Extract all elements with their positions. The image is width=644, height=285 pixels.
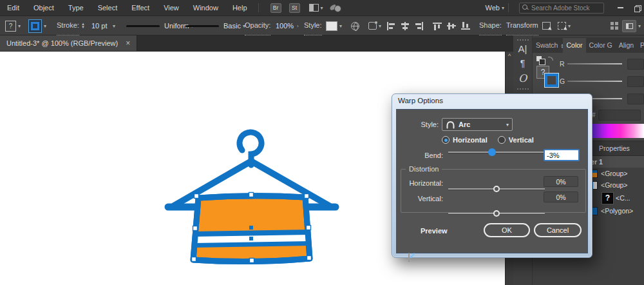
menu-edit[interactable]: Edit <box>0 4 26 12</box>
character-panel-icon[interactable]: A| <box>513 43 532 54</box>
stroke-weight-stepper[interactable]: ▲▼ <box>81 16 85 35</box>
distortion-horizontal-label: Horizontal: <box>397 179 443 187</box>
graphic-style-swatch[interactable] <box>326 21 337 31</box>
close-tab-icon[interactable]: × <box>126 39 130 48</box>
scroll-up-icon[interactable]: ^ <box>506 52 513 59</box>
menu-help[interactable]: Help <box>225 4 254 12</box>
chevron-down-icon[interactable]: ▾ <box>568 23 571 29</box>
restore-button[interactable] <box>630 3 644 13</box>
document-setup-icon[interactable] <box>351 22 359 30</box>
hex-value-field[interactable] <box>598 110 641 121</box>
gpu-performance-icon[interactable] <box>332 3 341 12</box>
distortion-horizontal-slider[interactable] <box>448 184 545 193</box>
chevron-down-icon[interactable]: ▾ <box>18 23 21 29</box>
stroke-swatch-button[interactable] <box>28 19 42 33</box>
bend-slider-handle[interactable] <box>488 148 496 156</box>
select-similar-icon[interactable] <box>558 22 566 30</box>
align-bottom-button[interactable] <box>461 16 470 35</box>
menu-bar: Edit Object Type Select Effect View Wind… <box>0 0 644 16</box>
document-tab[interactable]: Untitled-3* @ 100% (RGB/Preview) × <box>0 35 137 51</box>
align-right-button[interactable] <box>415 16 424 35</box>
distortion-vertical-slider[interactable] <box>448 209 545 218</box>
vertical-radio[interactable] <box>498 136 506 144</box>
menu-object[interactable]: Object <box>26 4 61 12</box>
warp-options-dialog[interactable]: Warp Options Style: Arc ▾ Horizontal Ver… <box>392 93 592 258</box>
all-tools-icon[interactable] <box>611 22 618 30</box>
opacity-value[interactable]: 100% <box>276 16 294 35</box>
distortion-vertical-handle[interactable] <box>493 210 500 217</box>
bend-slider[interactable] <box>448 148 545 157</box>
fill-swatch-button[interactable]: ? <box>5 21 16 32</box>
chevron-down-icon[interactable]: ▾ <box>339 23 342 29</box>
align-left-button[interactable] <box>386 16 395 35</box>
opacity-label[interactable]: Opacity: <box>245 16 270 35</box>
graphic-style-label[interactable]: Style: <box>304 16 322 35</box>
red-slider[interactable] <box>567 63 622 64</box>
red-channel-row: R <box>560 58 644 70</box>
tab-color-guide[interactable]: Color G <box>586 38 616 53</box>
menu-select[interactable]: Select <box>91 4 125 12</box>
preview-checkbox[interactable]: ✓ <box>408 253 410 262</box>
chevron-down-icon: ▾ <box>506 122 509 128</box>
minimize-button[interactable] <box>613 3 627 13</box>
green-value-field[interactable] <box>627 76 644 87</box>
swap-fill-stroke-icon[interactable] <box>548 57 553 61</box>
chevron-down-icon[interactable]: ▾ <box>502 5 504 11</box>
red-value-field[interactable] <box>627 59 644 70</box>
stroke-weight-value[interactable]: 10 pt <box>91 16 107 35</box>
blue-value-field[interactable] <box>627 93 644 104</box>
stock-button[interactable]: St <box>289 3 300 13</box>
fill-stroke-mini-icon[interactable] <box>536 56 545 64</box>
distortion-vertical-value[interactable]: 0% <box>544 192 578 202</box>
panel-grip[interactable] <box>517 88 529 90</box>
cancel-button[interactable]: Cancel <box>534 223 582 237</box>
chevron-down-icon[interactable]: ▾ <box>379 23 381 29</box>
tab-pathfinder[interactable]: Pathfin <box>637 38 644 53</box>
chevron-down-icon[interactable]: ▾ <box>44 23 46 29</box>
workspace-switcher[interactable]: Web <box>486 4 500 12</box>
ok-button[interactable]: OK <box>484 223 530 237</box>
stroke-weight-label[interactable]: Stroke: <box>57 16 79 35</box>
paragraph-panel-icon[interactable]: ¶ <box>513 58 532 68</box>
opacity-expand-icon[interactable]: › <box>297 16 299 35</box>
panel-dock-toggle[interactable] <box>622 20 636 32</box>
stroke-proxy[interactable] <box>545 74 558 87</box>
chevron-down-icon[interactable]: ▾ <box>321 5 323 11</box>
panel-icon <box>626 23 633 29</box>
horizontal-radio-label[interactable]: Horizontal <box>453 136 488 144</box>
vertical-radio-label[interactable]: Vertical <box>509 136 534 144</box>
menu-window[interactable]: Window <box>186 4 225 12</box>
align-top-button[interactable] <box>433 16 442 35</box>
hanger-towel-artwork[interactable] <box>155 116 348 271</box>
style-dropdown[interactable]: Arc ▾ <box>442 118 513 131</box>
recolor-artwork-icon[interactable] <box>368 22 377 30</box>
adobe-stock-search[interactable] <box>519 3 604 14</box>
menu-effect[interactable]: Effect <box>124 4 156 12</box>
opentype-panel-icon[interactable]: O <box>513 72 532 84</box>
panel-grip[interactable] <box>517 39 529 41</box>
bend-slider-track[interactable] <box>448 152 545 153</box>
distortion-horizontal-handle[interactable] <box>493 186 500 192</box>
menu-type[interactable]: Type <box>61 4 91 12</box>
green-slider[interactable] <box>567 81 622 82</box>
tab-align[interactable]: Align <box>616 38 637 53</box>
arrange-documents-icon[interactable] <box>309 4 319 12</box>
align-v-middle-button[interactable] <box>447 16 456 35</box>
align-h-center-button[interactable] <box>401 16 410 35</box>
tab-color[interactable]: Color <box>563 38 585 53</box>
tab-properties[interactable]: Properties <box>599 144 630 152</box>
horizontal-radio[interactable] <box>442 136 450 144</box>
tab-swatches[interactable]: Swatch <box>533 38 561 53</box>
search-input[interactable] <box>531 5 601 12</box>
bridge-button[interactable]: Br <box>270 3 281 13</box>
menu-view[interactable]: View <box>156 4 186 12</box>
preview-label[interactable]: Preview <box>421 227 448 235</box>
brush-value[interactable]: Basic <box>223 22 241 30</box>
isolate-selected-icon[interactable] <box>542 22 551 30</box>
shape-panel-label[interactable]: Shape: <box>479 16 502 35</box>
transform-panel-label[interactable]: Transform <box>506 16 538 35</box>
distortion-horizontal-value[interactable]: 0% <box>544 176 578 187</box>
bend-value-input[interactable] <box>544 149 580 161</box>
chevron-down-icon[interactable]: ▾ <box>113 16 115 35</box>
chevron-down-icon[interactable]: ▾ <box>638 23 641 29</box>
